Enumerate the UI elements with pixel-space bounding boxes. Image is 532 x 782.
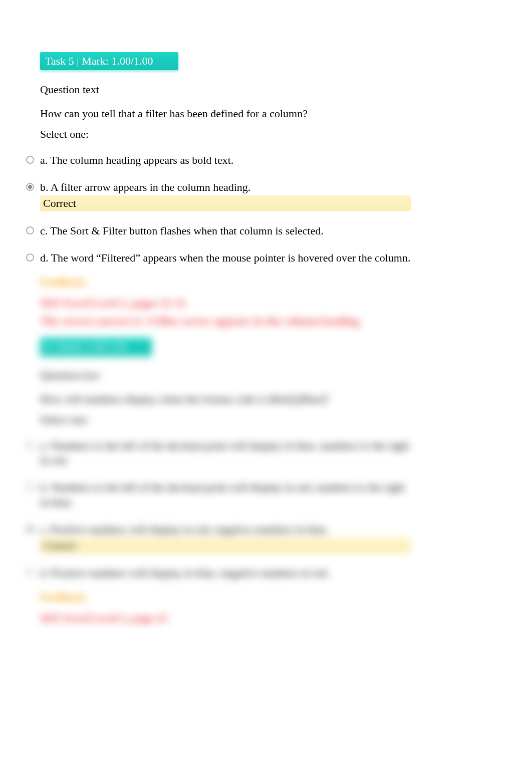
option-d[interactable]: d. The word “Filtered” appears when the … [40,242,411,266]
radio-icon[interactable] [26,483,34,491]
task-header: 6 | Mark 1.00/1.00 [40,338,152,356]
correct-badge: Correct [40,538,411,554]
blurred-content: Feedback SEE Excel Level 2, pages 11-15 … [40,276,411,625]
select-one-label: Select one: [40,128,411,141]
option-text: d. Positive numbers will display in blue… [40,558,411,581]
radio-icon-selected[interactable] [26,183,34,191]
radio-icon-selected[interactable] [26,525,34,533]
correct-badge: Correct [40,195,411,211]
option-text: a. Numbers to the left of the decimal po… [40,430,411,468]
question-body: How can you tell that a filter has been … [40,105,411,122]
option-text: a. The column heading appears as bold te… [40,145,411,168]
option-d[interactable]: d. Positive numbers will display in blue… [40,558,411,581]
option-b[interactable]: b. A filter arrow appears in the column … [40,172,411,212]
select-one-label: Select one: [40,413,411,426]
task-header: Task 5 | Mark: 1.00/1.00 [40,52,178,70]
feedback-heading: Feedback [40,591,411,604]
feedback-reference: SEE Excel Level 2, pages 11-15 [40,297,411,310]
option-c[interactable]: c. Positive numbers will display in red,… [40,514,411,554]
option-text: b. Numbers to the left of the decimal po… [40,472,411,509]
radio-icon[interactable] [26,253,34,262]
question-text-heading: Question text [40,83,411,96]
feedback-reference: SEE Excel Level 2, page 25 [40,612,411,625]
radio-icon[interactable] [26,156,34,164]
radio-icon[interactable] [26,569,34,577]
option-a[interactable]: a. Numbers to the left of the decimal po… [40,430,411,468]
question-body: How will numbers display when the format… [40,391,411,407]
radio-icon[interactable] [26,441,34,449]
option-text: c. The Sort & Filter button flashes when… [40,215,411,238]
feedback-heading: Feedback [40,276,411,289]
feedback-correct-answer: The correct answer is: A filter arrow ap… [40,315,411,328]
radio-icon[interactable] [26,226,34,234]
option-text: b. A filter arrow appears in the column … [40,172,411,195]
option-a[interactable]: a. The column heading appears as bold te… [40,145,411,168]
option-text: c. Positive numbers will display in red,… [40,514,411,537]
question-text-heading: Question text [40,369,411,382]
option-b[interactable]: b. Numbers to the left of the decimal po… [40,472,411,509]
option-c[interactable]: c. The Sort & Filter button flashes when… [40,215,411,238]
task-block: Task 5 | Mark: 1.00/1.00 Question text H… [40,52,411,266]
option-text: d. The word “Filtered” appears when the … [40,242,411,266]
